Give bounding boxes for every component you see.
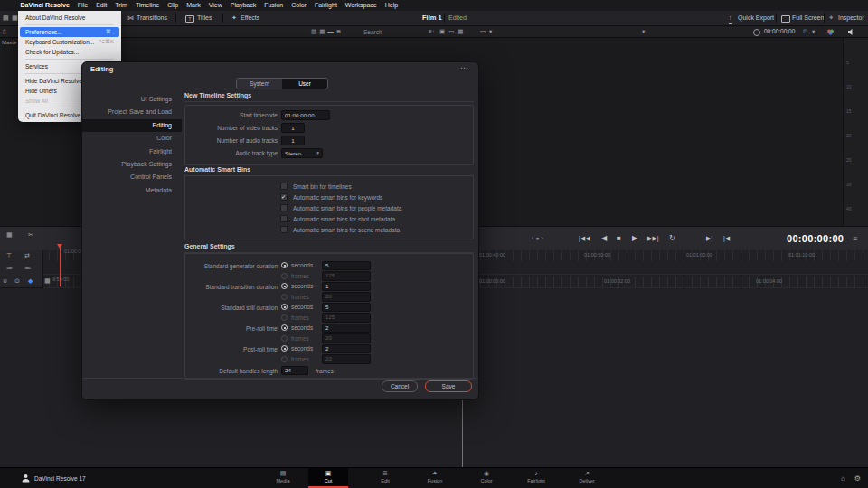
go-to-end-button[interactable]: ▶▶|: [647, 227, 659, 250]
page-tab[interactable]: ♪ Fairlight: [516, 468, 556, 488]
menubar-item[interactable]: Clip: [164, 0, 183, 11]
titles-button[interactable]: Titles: [197, 11, 212, 25]
edit-tool-icon[interactable]: ≕: [24, 265, 31, 272]
effects-button[interactable]: Effects: [241, 11, 259, 25]
seconds-field[interactable]: 5: [322, 261, 371, 271]
view-mode-icon[interactable]: ≣: [336, 26, 341, 37]
jog-control[interactable]: ‹ ● ›: [532, 227, 543, 250]
cancel-button[interactable]: Cancel: [382, 380, 418, 392]
frames-field[interactable]: 20: [322, 292, 371, 302]
seconds-field[interactable]: 2: [322, 344, 371, 354]
color-wheel-icon[interactable]: [826, 29, 835, 35]
prefs-sidebar-item[interactable]: Editing: [82, 119, 182, 132]
prefs-sidebar-item[interactable]: Control Panels: [82, 171, 182, 183]
menubar-item[interactable]: File: [73, 0, 91, 11]
seconds-radio[interactable]: [281, 304, 288, 310]
go-to-out-button[interactable]: ▶|: [706, 227, 712, 250]
prefs-sidebar-item[interactable]: UI Settings: [82, 93, 182, 106]
edit-tool-icon[interactable]: ⊙: [14, 277, 20, 285]
frames-radio[interactable]: [281, 356, 288, 362]
edit-tool-icon[interactable]: ⊤: [6, 252, 12, 259]
menu-item[interactable]: Keyboard Customization... ⌥⌘K: [18, 37, 121, 47]
go-to-start-button[interactable]: |◀◀: [579, 227, 590, 250]
search-input[interactable]: [362, 27, 421, 37]
menubar-item[interactable]: Mark: [183, 0, 205, 11]
view-mode-icon[interactable]: ▬: [327, 26, 334, 37]
frames-radio[interactable]: [281, 314, 288, 321]
main-playhead-line[interactable]: [462, 400, 463, 468]
frames-radio[interactable]: [281, 294, 288, 300]
prefs-sidebar-item[interactable]: Color: [82, 132, 182, 145]
chevron-down-icon[interactable]: ▾: [812, 26, 815, 37]
chevron-down-icon[interactable]: ▾: [489, 26, 492, 37]
menu-item[interactable]: Preferences... ⌘ ,: [20, 27, 119, 37]
menu-item[interactable]: Check for Updates...: [18, 47, 121, 57]
menu-item[interactable]: [25, 59, 114, 60]
full-screen-button[interactable]: Full Screen: [792, 11, 824, 25]
edit-tool-icon[interactable]: ∪: [3, 277, 7, 285]
transitions-button[interactable]: Transitions: [137, 11, 167, 25]
audio-track-type-select[interactable]: Stereo ▾: [281, 148, 323, 158]
clip-filter-icon[interactable]: ▭: [480, 26, 486, 37]
frames-field[interactable]: 125: [322, 313, 371, 323]
frames-radio[interactable]: [281, 335, 288, 342]
checkbox[interactable]: [280, 226, 288, 233]
zoom-tool-icon[interactable]: ⊡: [803, 26, 807, 37]
edit-tool-icon[interactable]: ⇄: [24, 252, 30, 259]
seconds-radio[interactable]: [281, 324, 288, 331]
menubar-item[interactable]: Help: [381, 0, 401, 11]
menu-item[interactable]: About DaVinci Resolve: [18, 13, 121, 23]
edit-tool-icon[interactable]: ◆: [28, 277, 33, 285]
video-tracks-field[interactable]: 1: [281, 123, 305, 133]
checkbox[interactable]: [280, 193, 288, 201]
seconds-field[interactable]: 2: [322, 324, 371, 333]
viewer-mode-icon[interactable]: ▦: [458, 26, 463, 37]
checkbox[interactable]: [280, 204, 288, 211]
prefs-tab[interactable]: User: [282, 79, 327, 89]
view-mode-icon[interactable]: ▥: [311, 26, 316, 37]
menubar-item[interactable]: Color: [288, 0, 311, 11]
stop-button[interactable]: ■: [617, 227, 621, 250]
go-to-in-button[interactable]: |◀: [723, 227, 730, 250]
settings-gear-icon[interactable]: ⚙: [854, 474, 861, 483]
checkbox[interactable]: [280, 183, 288, 190]
inspector-button[interactable]: Inspector: [838, 11, 864, 25]
speaker-icon[interactable]: [848, 29, 855, 35]
home-icon[interactable]: ⌂: [841, 474, 845, 483]
viewer-mode-icon[interactable]: ▭: [448, 26, 454, 37]
play-button[interactable]: ▶: [632, 227, 637, 250]
start-timecode-field[interactable]: 01:00:00:00: [281, 110, 330, 120]
bin-view-icon[interactable]: ▦: [12, 11, 18, 25]
seconds-radio[interactable]: [281, 283, 288, 289]
edit-tool-icon[interactable]: ✂: [28, 231, 33, 239]
menubar-item[interactable]: Playback: [226, 0, 259, 11]
page-tab[interactable]: ◉ Color: [467, 468, 506, 488]
edit-tool-icon[interactable]: ▦: [44, 277, 51, 285]
frames-field[interactable]: 20: [322, 333, 371, 343]
panel-toggle-icon[interactable]: ▯: [3, 26, 6, 37]
sort-icon[interactable]: ≡↓: [429, 26, 435, 37]
edit-tool-icon[interactable]: ▦: [6, 231, 13, 239]
page-tab[interactable]: ✦ Fusion: [415, 468, 455, 488]
quick-export-button[interactable]: Quick Export: [738, 11, 774, 25]
play-reverse-button[interactable]: ◀: [601, 227, 607, 250]
checkbox[interactable]: [280, 215, 288, 222]
seconds-radio[interactable]: [281, 262, 288, 268]
menubar-item[interactable]: Timeline: [131, 0, 163, 11]
prefs-sidebar-item[interactable]: Project Save and Load: [82, 106, 182, 118]
timeline-options-menu-icon[interactable]: ≡: [853, 227, 857, 250]
view-mode-icon[interactable]: ▦: [319, 26, 325, 37]
edit-tool-icon[interactable]: ≔: [6, 265, 13, 272]
menu-item[interactable]: [25, 24, 114, 25]
menubar-item[interactable]: Fairlight: [310, 0, 341, 11]
loop-button[interactable]: ↻: [669, 227, 675, 250]
viewer-mode-icon[interactable]: ▣: [439, 26, 445, 37]
frames-field[interactable]: 20: [322, 354, 371, 364]
audio-tracks-field[interactable]: 1: [281, 136, 305, 145]
page-tab[interactable]: ↗ Deliver: [567, 468, 607, 488]
menubar-item[interactable]: Trim: [111, 0, 132, 11]
mini-playhead-line[interactable]: [60, 247, 61, 286]
media-pool-icon[interactable]: ▤: [3, 11, 9, 25]
seconds-radio[interactable]: [281, 345, 288, 352]
prefs-tab[interactable]: System: [237, 79, 282, 89]
